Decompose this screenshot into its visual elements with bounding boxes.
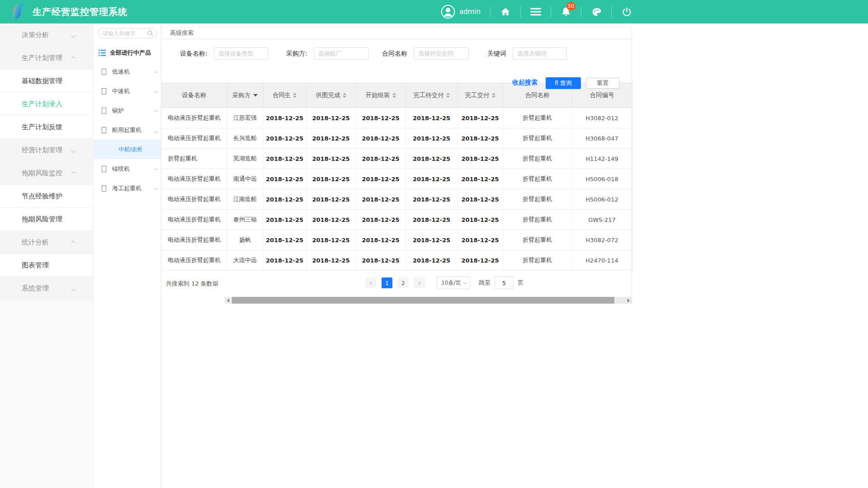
result-count-label: 共搜索到 12 条数据 — [166, 280, 218, 288]
main-panel: 高级搜索 收起搜索 fl查询 重置 设备名称:采购方:合同名称关键词 设备名称采… — [161, 27, 632, 304]
table-row[interactable]: 电动液压折臂起重机大连中远2018-12-252018-12-252018-12… — [161, 250, 632, 271]
next-page-button[interactable]: › — [414, 277, 425, 288]
sidebar-item-7[interactable]: 节点经验维护 — [0, 185, 93, 208]
cell: 2018-12-25 — [458, 149, 503, 169]
cell: 折臂起重机 — [503, 149, 572, 169]
cell: 折臂起重机 — [503, 169, 572, 189]
cell: 泰州三福 — [227, 210, 263, 230]
collapse-search-link[interactable]: 收起搜索 — [512, 79, 538, 87]
cell: 长兴造船 — [227, 128, 263, 149]
tree-item-4[interactable]: 锚绞机 — [94, 159, 161, 178]
tree-item-2[interactable]: 锅炉 — [94, 101, 161, 120]
sort-down-icon — [293, 96, 297, 98]
chevron-up-icon — [71, 172, 76, 176]
cell: 折臂起重机 — [503, 230, 572, 250]
cell: 2018-12-25 — [356, 250, 406, 271]
page-button-2[interactable]: 2 — [398, 277, 409, 288]
cell: 2018-12-25 — [263, 169, 306, 189]
tab-advanced-search[interactable]: 高级搜索 — [170, 29, 193, 36]
tree-item-0[interactable]: 低速机 — [94, 62, 161, 81]
sidebar-item-11[interactable]: 系统管理 — [0, 277, 93, 300]
tree-item-5[interactable]: 海工起重机 — [94, 178, 161, 198]
top-bar: 生产经营监控管理系统 admin 50 — [0, 0, 868, 23]
sidebar-menu: 决策分析生产计划管理基础数据管理生产计划录入生产计划反馈经营计划管理拖期风险监控… — [0, 23, 94, 488]
sidebar-item-5[interactable]: 经营计划管理 — [0, 139, 93, 162]
cell: H5006-012 — [572, 189, 632, 210]
table-row[interactable]: 电动液压折臂起重机长兴造船2018-12-252018-12-252018-12… — [161, 128, 632, 149]
chevron-down-icon — [154, 70, 157, 73]
app-logo-icon — [8, 2, 26, 21]
cell: 电动液压折臂起重机 — [161, 189, 227, 210]
cell: 江南造船 — [227, 189, 263, 210]
form-field-input-2[interactable] — [414, 47, 469, 60]
table-row[interactable]: 电动液压折臂起重机江南造船2018-12-252018-12-252018-12… — [161, 189, 632, 210]
tree-child-item[interactable]: 中船绿洲 — [94, 140, 161, 159]
cell: 2018-12-25 — [406, 210, 458, 230]
cell: 2018-12-25 — [406, 149, 458, 169]
form-field-input-1[interactable] — [314, 47, 369, 60]
theme-palette-icon[interactable] — [591, 6, 602, 17]
cell: H3068-047 — [572, 128, 632, 149]
tree-root-node[interactable]: 全部进行中产品 — [94, 44, 161, 62]
divider — [581, 6, 581, 17]
query-button[interactable]: fl查询 — [546, 77, 581, 89]
sort-up-icon — [343, 93, 346, 95]
page-button-1[interactable]: 1 — [382, 277, 392, 288]
form-field-input-3[interactable] — [513, 47, 567, 60]
cell: 折臂起重机 — [503, 189, 572, 210]
cell: 折臂起重机 — [503, 128, 572, 149]
scroll-right-arrow[interactable] — [625, 297, 632, 304]
form-field-label: 设备名称: — [180, 50, 208, 58]
chevron-down-icon — [154, 109, 157, 112]
scrollbar-thumb[interactable] — [232, 297, 614, 304]
sort-down-icon — [392, 96, 396, 98]
cell: GWS-217 — [572, 210, 632, 230]
product-tree-panel: 全部进行中产品 低速机中速机锅炉船用起重机中船绿洲锚绞机海工起重机 — [94, 23, 161, 488]
divider — [611, 6, 612, 17]
notifications-bell-icon[interactable]: 50 — [561, 6, 571, 17]
table-row[interactable]: 电动液压折臂起重机南通中远2018-12-252018-12-252018-12… — [161, 169, 632, 189]
column-label: 供图完成 — [316, 91, 340, 99]
sidebar-item-3[interactable]: 生产计划录入 — [0, 93, 93, 116]
scrollbar-track[interactable] — [231, 297, 625, 304]
cell: H5006-018 — [572, 169, 632, 189]
reset-button[interactable]: 重置 — [586, 78, 619, 89]
cell: H3082-072 — [572, 230, 632, 250]
table-row[interactable]: 电动液压折臂起重机扬帆2018-12-252018-12-252018-12-2… — [161, 230, 632, 250]
sidebar-item-4[interactable]: 生产计划反馈 — [0, 116, 93, 139]
chevron-down-icon — [154, 89, 157, 93]
sidebar-item-10[interactable]: 图表管理 — [0, 254, 93, 277]
cell: 电动液压折臂起重机 — [161, 128, 227, 149]
sidebar-item-8[interactable]: 拖期风险管理 — [0, 208, 93, 231]
cell: 2018-12-25 — [306, 108, 356, 128]
table-row[interactable]: 折臂起重机芜湖造船2018-12-252018-12-252018-12-252… — [161, 149, 632, 169]
horizontal-scrollbar[interactable] — [225, 297, 632, 304]
logout-power-icon[interactable] — [621, 6, 632, 17]
sidebar-item-0[interactable]: 决策分析 — [0, 23, 93, 47]
form-field-label: 关键词 — [487, 50, 506, 58]
jump-page-input[interactable] — [495, 277, 514, 289]
divider — [551, 6, 551, 17]
sidebar-item-label: 生产计划管理 — [22, 54, 62, 62]
prev-page-button[interactable]: ‹ — [365, 277, 376, 288]
table-row[interactable]: 电动液压折臂起重机江苏宏强2018-12-252018-12-252018-12… — [161, 108, 632, 128]
form-field-input-0[interactable] — [214, 47, 268, 60]
menu-icon[interactable] — [530, 6, 541, 17]
sidebar-item-9[interactable]: 统计分析 — [0, 231, 93, 254]
home-icon[interactable] — [500, 6, 511, 17]
scroll-left-arrow[interactable] — [225, 297, 231, 304]
cell: H2470-114 — [572, 250, 632, 271]
page-size-select[interactable]: 10条/页 — [437, 277, 470, 289]
sidebar-item-1[interactable]: 生产计划管理 — [0, 47, 93, 70]
tree-item-3[interactable]: 船用起重机 — [94, 120, 161, 140]
tree-item-1[interactable]: 中速机 — [94, 81, 161, 101]
cell: 2018-12-25 — [306, 230, 356, 250]
pagination: ‹12›10条/页跳至页 — [365, 277, 524, 289]
table-body: 电动液压折臂起重机江苏宏强2018-12-252018-12-252018-12… — [161, 108, 632, 271]
sidebar-item-2[interactable]: 基础数据管理 — [0, 70, 93, 93]
sidebar-item-6[interactable]: 拖期风险监控 — [0, 162, 93, 185]
user-menu[interactable]: admin — [441, 5, 481, 19]
table-row[interactable]: 电动液压折臂起重机泰州三福2018-12-252018-12-252018-12… — [161, 210, 632, 230]
username-label: admin — [459, 8, 481, 16]
cell: 2018-12-25 — [458, 189, 503, 210]
